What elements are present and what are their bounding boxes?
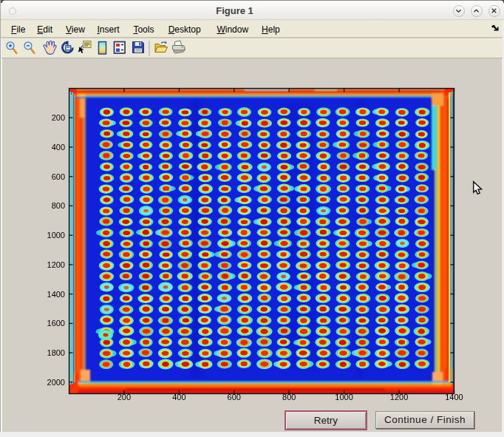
svg-text:400: 400 [52,143,65,152]
svg-text:1800: 1800 [47,348,65,357]
svg-text:1400: 1400 [47,290,65,299]
svg-text:1000: 1000 [335,393,353,402]
svg-text:800: 800 [52,201,65,210]
svg-text:800: 800 [282,393,296,402]
svg-text:1200: 1200 [47,260,65,269]
svg-text:600: 600 [228,393,241,402]
svg-text:1400: 1400 [445,393,463,402]
svg-text:1600: 1600 [47,319,65,328]
svg-text:1000: 1000 [47,231,65,240]
svg-text:2000: 2000 [47,378,65,387]
svg-text:600: 600 [52,172,65,181]
svg-text:400: 400 [172,393,185,402]
svg-text:200: 200 [118,393,131,402]
svg-text:200: 200 [52,113,65,122]
svg-text:1200: 1200 [390,393,408,402]
